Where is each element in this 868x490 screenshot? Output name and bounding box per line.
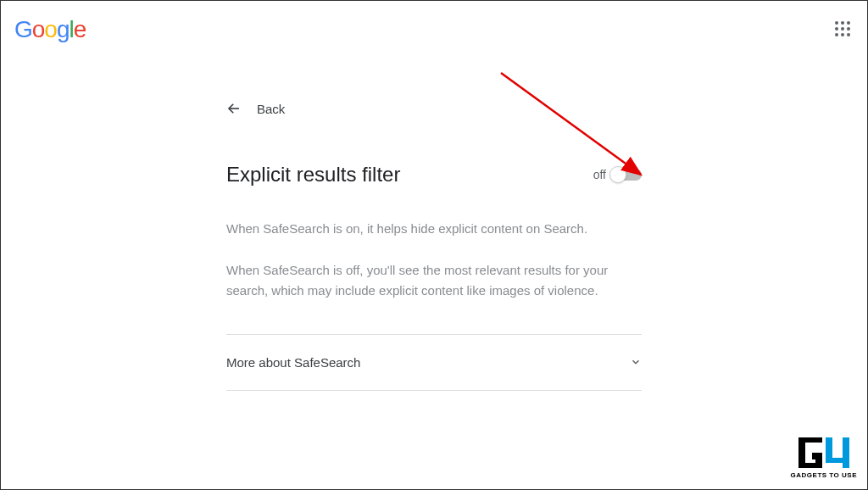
chevron-down-icon [630,356,642,368]
page-title: Explicit results filter [226,163,400,187]
safesearch-toggle[interactable] [611,168,642,181]
description-off-text: When SafeSearch is off, you'll see the m… [226,260,642,300]
description-on-text: When SafeSearch is on, it helps hide exp… [226,219,642,238]
arrow-left-icon [226,101,242,116]
watermark-text: GADGETS TO USE [791,471,857,479]
more-about-safesearch-expander[interactable]: More about SafeSearch [226,334,642,391]
expander-label: More about SafeSearch [226,355,360,370]
apps-grid-icon[interactable] [833,19,854,40]
toggle-state-label: off [593,168,606,181]
back-button[interactable]: Back [226,101,642,116]
watermark-logo-icon [791,436,857,470]
back-label: Back [257,102,285,116]
google-logo[interactable]: Google [14,16,86,43]
watermark: GADGETS TO USE [791,436,857,479]
